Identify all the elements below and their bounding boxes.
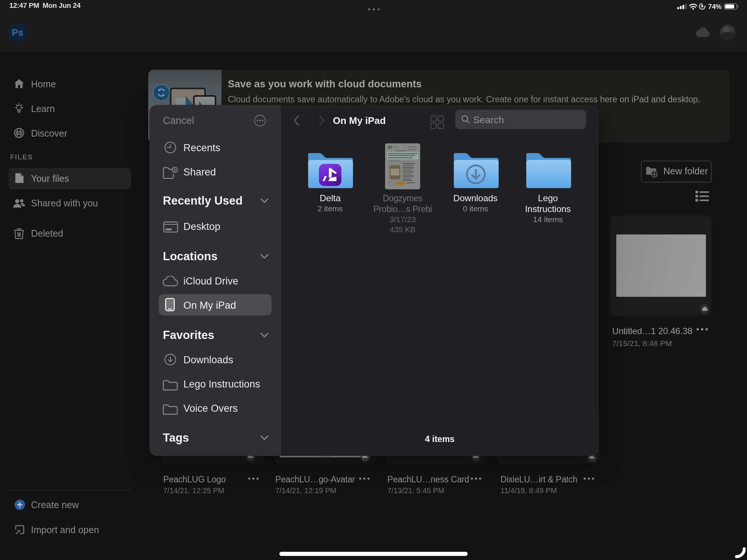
svg-text:74%: 74% — [708, 3, 722, 10]
